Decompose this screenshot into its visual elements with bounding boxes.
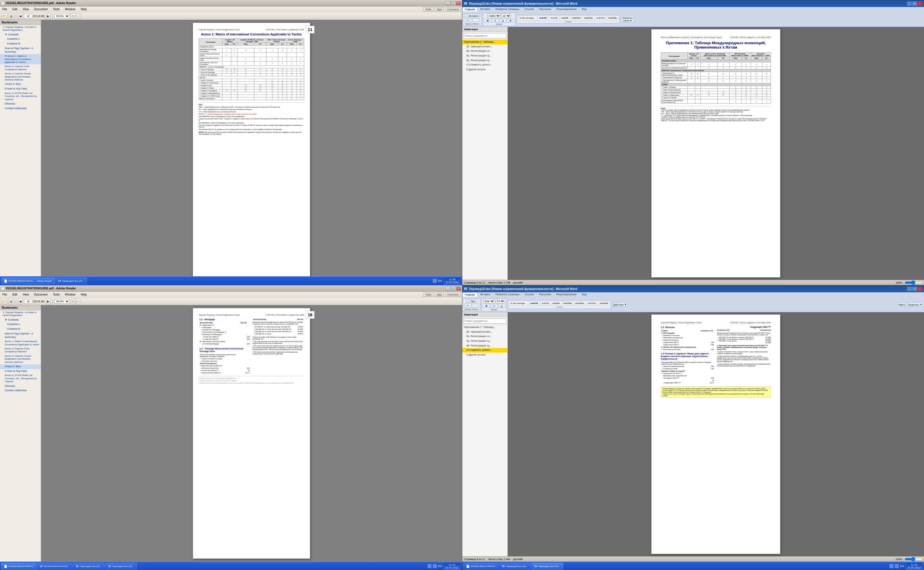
print-btn-q3[interactable]: 🖨 — [9, 299, 14, 304]
nav-search-input[interactable] — [464, 33, 506, 38]
window-controls-q4[interactable]: _ □ × — [907, 287, 922, 291]
taskbar-top-btn-2[interactable]: W Перевод18.doc [Ре... — [55, 278, 87, 284]
taskbar-adobe-q4-1[interactable]: 📄 VESSELREGISTRATIO... — [464, 563, 499, 569]
style-s2[interactable]: АаБбВв — [595, 16, 606, 20]
menu-view-q1[interactable]: View — [21, 7, 30, 11]
style-s4-q4[interactable]: АаБбВв — [598, 301, 609, 305]
style-heading3[interactable]: АаБбВ — [560, 16, 570, 20]
style-heading2[interactable]: АаБбВ — [549, 16, 559, 20]
style-s1-q4[interactable]: АаБбВв — [562, 301, 573, 305]
fontsize-select-q4[interactable]: 5.5 — [496, 299, 505, 303]
underline-btn[interactable]: Ч — [499, 19, 507, 23]
zoom-select-q3[interactable]: 82.6% 100% — [54, 299, 70, 304]
style-h3-q4[interactable]: АаБбВ — [551, 301, 561, 305]
sidebar-item-cb[interactable]: Contents B — [0, 41, 41, 46]
sidebar-item-b-annex3[interactable]: Annex 3: Cayman Vessel Registration and … — [0, 354, 41, 364]
nav-item-5-q4[interactable]: 5 Другие услуги — [462, 352, 507, 357]
comment-btn-q1[interactable]: Comment — [445, 7, 460, 11]
tools-btn-q1[interactable]: Tools — [423, 7, 433, 11]
style-s1[interactable]: АаБбВв — [583, 16, 594, 20]
sidebar-item-b-contact[interactable]: Contact Addresses — [0, 388, 41, 393]
taskbar-top-btn-1[interactable]: 📄 VESSELREGISTRATIO... - Adobe Reader — [1, 278, 55, 284]
systray-top-icon[interactable] — [433, 279, 437, 283]
nav-item-annex1-q4[interactable]: Приложение 1: Таблица... — [462, 325, 507, 330]
sidebar-item-contents[interactable]: ▼ Contents — [0, 32, 41, 37]
sidebar-item-b-glossary[interactable]: Glossary — [0, 384, 41, 389]
window-controls-q1[interactable]: _ □ × — [446, 1, 461, 5]
menu-window-q3[interactable]: Window — [64, 292, 77, 297]
nav-item-annex1-q2[interactable]: Приложение 1: Таблица... — [462, 40, 507, 44]
sidebar-item-annex3[interactable]: Annex 3: Cayman Vessel Registration and … — [0, 72, 41, 82]
maximize-btn-q4[interactable]: □ — [912, 287, 917, 291]
next-page-q3[interactable]: ▶ — [46, 299, 51, 304]
window-controls-q2[interactable]: _ □ × — [907, 2, 922, 6]
nav-item-3c-q4[interactable]: 3в. Регистрация су... — [462, 343, 507, 348]
sidebar-item-annex1[interactable]: ▼ Annex 1: Matrix of International Conve… — [0, 54, 41, 64]
sidebar-item-b-annex1[interactable]: Annex 1: Matrix of International Convent… — [0, 339, 41, 347]
cut-btn[interactable]: ✂ — [465, 18, 472, 22]
sidebar-item-b-contents[interactable]: ▼ Contents — [0, 318, 41, 322]
zoom-slider-q2[interactable] — [905, 281, 922, 284]
prev-page-q1[interactable]: ◀ — [18, 13, 23, 19]
minimize-btn-q1[interactable]: _ — [446, 1, 450, 5]
sidebar-item-annex2[interactable]: Annex 2: Cayman Crew Compliance Matrices — [0, 64, 41, 72]
change-styles-btn[interactable]: Изменитьстили ▼ — [621, 16, 634, 23]
sign-btn-q1[interactable]: Sign — [434, 7, 444, 11]
menu-tools-q3[interactable]: Tools — [52, 292, 61, 297]
tools-btn-q3[interactable]: Tools — [423, 293, 433, 297]
maximize-btn-q3[interactable]: □ — [451, 287, 456, 291]
menu-file-q3[interactable]: File — [1, 292, 8, 297]
nav-item-2b[interactable]: 2б. Экипаж/Соответ... — [462, 44, 507, 49]
tab-insert-q4[interactable]: Вставка — [478, 292, 493, 297]
sidebar-item-b-ca[interactable]: Contents A — [0, 322, 41, 327]
systray-icon-q4-1[interactable] — [889, 564, 893, 568]
close-btn-q4[interactable]: × — [918, 287, 922, 291]
taskbar-word-1[interactable]: W Перевод18.doc [Ре... — [73, 563, 104, 569]
maximize-btn-q1[interactable]: □ — [451, 1, 456, 5]
close-btn-q3[interactable]: × — [456, 287, 461, 291]
minimize-btn-q3[interactable]: _ — [446, 287, 450, 291]
minimize-btn-q2[interactable]: _ — [907, 2, 912, 6]
tab-review-q4[interactable]: Рецензирование — [554, 292, 579, 297]
tab-home-q2[interactable]: Главная — [462, 7, 477, 11]
style-h2-q4[interactable]: АаБбВ — [540, 301, 550, 305]
tab-refs-q4[interactable]: Ссылки — [522, 292, 536, 297]
nav-item-5[interactable]: 5 Другие услуги — [462, 67, 507, 72]
strikethrough-btn[interactable]: А̶ — [507, 19, 514, 23]
sidebar-item-annex4[interactable]: Annex 4: fees — [0, 82, 41, 87]
style-heading1[interactable]: АаБбВ — [537, 16, 548, 20]
font-select-q4[interactable]: Arial — [483, 299, 495, 303]
bold-btn-q4[interactable]: Ж — [483, 304, 490, 308]
menu-edit-q3[interactable]: Edit — [11, 292, 18, 297]
menu-edit-q1[interactable]: Edit — [11, 7, 18, 11]
menu-window-q1[interactable]: Window — [64, 7, 77, 11]
copy-btn-q4[interactable]: 📄 — [472, 304, 479, 308]
tab-home-q4[interactable]: Главная — [462, 292, 477, 297]
nav-item-2b-q4[interactable]: 2б. Экипаж/Соответ... — [462, 330, 507, 334]
style-s3-q4[interactable]: АаБбВв — [586, 301, 597, 305]
italic-btn[interactable]: К — [492, 19, 499, 23]
sidebar-item-b-flag[interactable]: How to Flag Cayman - A Summary — [0, 331, 41, 339]
nav-item-2c-q4[interactable]: 2в. Регистрация сл... — [462, 334, 507, 339]
sign-btn-q3[interactable]: Sign — [434, 293, 444, 297]
close-btn-q2[interactable]: × — [918, 2, 922, 6]
page-input-q1[interactable] — [24, 14, 32, 18]
zoom-out-q1[interactable]: - — [77, 13, 80, 19]
copy-btn[interactable]: 📄 — [473, 18, 480, 22]
comment-btn-q3[interactable]: Comment — [445, 293, 460, 297]
nav-item-4-q4[interactable]: 4 Стоимость регист... — [462, 348, 507, 352]
action-btn-q4[interactable]: Действие ▼ — [612, 303, 628, 306]
sidebar-item-glossary[interactable]: Glossary — [0, 101, 41, 106]
nav-item-3c[interactable]: 3в. Регистрация су... — [462, 58, 507, 63]
zoom-in-q3[interactable]: + — [71, 299, 75, 304]
paste-btn[interactable]: 📋 Вставить — [464, 14, 480, 18]
zoom-slider-q4[interactable] — [905, 558, 922, 561]
cut-btn-q4[interactable]: ✂ — [464, 304, 471, 308]
sidebar-item-b-annex4[interactable]: Annex 4: fees — [0, 364, 41, 369]
style-normal[interactable]: Б без интерв... — [518, 16, 537, 20]
sidebar-item-ca[interactable]: Contents A — [0, 37, 41, 41]
pdf-content-q3[interactable]: 18 Cayman Registry | Vessel Registration… — [41, 305, 462, 561]
window-controls-q3[interactable]: _ □ × — [446, 287, 461, 291]
tab-view-q2[interactable]: Вид — [579, 7, 589, 11]
open-btn-q3[interactable]: 📂 — [1, 299, 7, 304]
